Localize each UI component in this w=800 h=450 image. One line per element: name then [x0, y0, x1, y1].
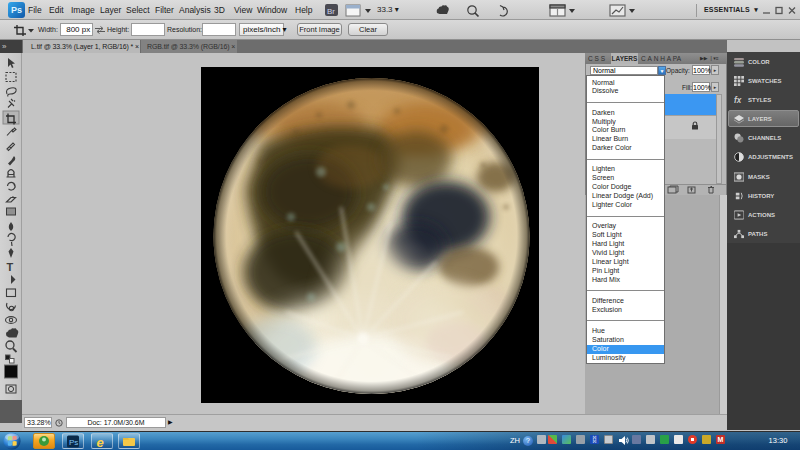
- svg-text:T: T: [7, 261, 14, 273]
- svg-text:Ps: Ps: [69, 438, 78, 447]
- svg-text:Br: Br: [327, 7, 335, 16]
- svg-text:fx: fx: [734, 96, 742, 105]
- svg-text:e: e: [97, 434, 104, 449]
